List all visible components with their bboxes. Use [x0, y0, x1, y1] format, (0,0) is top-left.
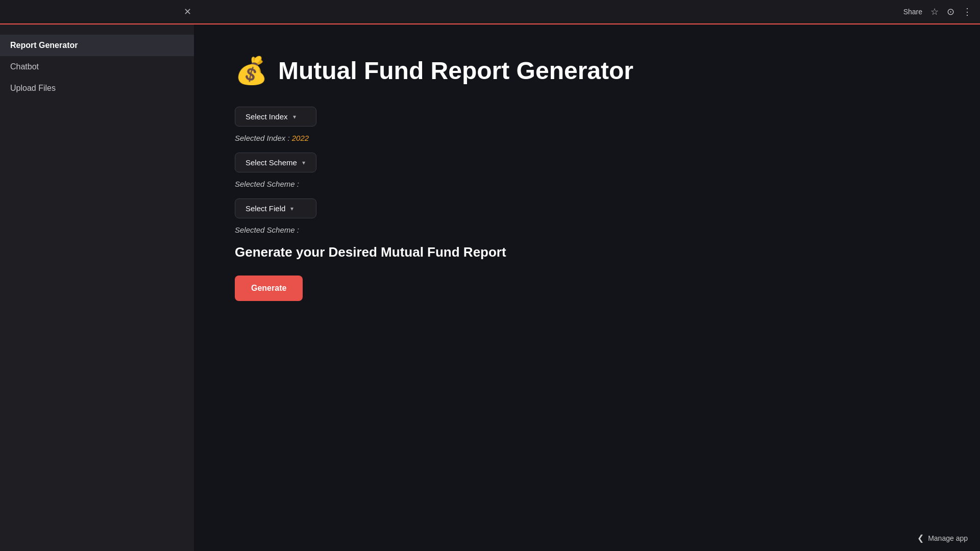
- menu-icon[interactable]: ⋮: [963, 6, 972, 17]
- select-index-label: Select Index: [246, 112, 288, 121]
- select-scheme-label: Select Scheme: [246, 158, 297, 167]
- selected-field-display: Selected Scheme :: [235, 226, 939, 234]
- github-icon[interactable]: ⊙: [947, 6, 954, 17]
- selected-scheme-display: Selected Scheme :: [235, 180, 939, 188]
- select-field-chevron-icon: ▾: [290, 205, 293, 212]
- close-button[interactable]: ✕: [184, 6, 191, 17]
- sidebar: Report Generator Chatbot Upload Files: [0, 24, 194, 551]
- select-index-dropdown[interactable]: Select Index ▾: [235, 107, 316, 127]
- share-button[interactable]: Share: [903, 8, 922, 16]
- page-title: Mutual Fund Report Generator: [278, 57, 633, 85]
- manage-app-label: Manage app: [928, 534, 968, 542]
- main-layout: Report Generator Chatbot Upload Files 💰 …: [0, 24, 980, 551]
- page-header: 💰 Mutual Fund Report Generator: [235, 55, 939, 86]
- sidebar-item-chatbot[interactable]: Chatbot: [0, 56, 194, 78]
- select-field-dropdown[interactable]: Select Field ▾: [235, 198, 316, 218]
- content-area: 💰 Mutual Fund Report Generator Select In…: [194, 24, 980, 551]
- selected-index-value: 2022: [292, 134, 309, 142]
- page-icon: 💰: [235, 55, 268, 86]
- select-field-label: Select Field: [246, 204, 285, 213]
- manage-app-chevron-icon: ❮: [917, 533, 924, 543]
- section-heading: Generate your Desired Mutual Fund Report: [235, 244, 939, 260]
- sidebar-item-report-generator[interactable]: Report Generator: [0, 35, 194, 56]
- top-bar: ✕ Share ☆ ⊙ ⋮: [0, 0, 980, 24]
- select-scheme-section: Select Scheme ▾ Selected Scheme :: [235, 153, 939, 188]
- generate-button[interactable]: Generate: [235, 276, 303, 301]
- select-scheme-chevron-icon: ▾: [302, 159, 305, 166]
- selected-index-display: Selected Index : 2022: [235, 134, 939, 142]
- selected-field-prefix: Selected Scheme :: [235, 226, 299, 234]
- sidebar-item-upload-files[interactable]: Upload Files: [0, 78, 194, 99]
- select-index-chevron-icon: ▾: [293, 113, 296, 120]
- select-index-section: Select Index ▾ Selected Index : 2022: [235, 107, 939, 142]
- star-icon[interactable]: ☆: [930, 6, 939, 17]
- selected-scheme-prefix: Selected Scheme :: [235, 180, 299, 188]
- select-scheme-dropdown[interactable]: Select Scheme ▾: [235, 153, 316, 172]
- manage-app-bar[interactable]: ❮ Manage app: [905, 525, 980, 551]
- selected-index-prefix: Selected Index :: [235, 134, 290, 142]
- select-field-section: Select Field ▾ Selected Scheme :: [235, 198, 939, 234]
- top-bar-actions: Share ☆ ⊙ ⋮: [903, 6, 972, 17]
